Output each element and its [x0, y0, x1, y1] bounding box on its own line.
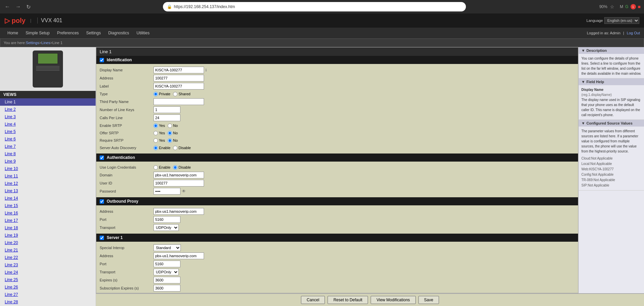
sidebar-item-line1[interactable]: Line 1 — [0, 98, 96, 106]
sad-enable-label[interactable]: Enable — [154, 146, 170, 150]
type-shared-radio[interactable] — [173, 92, 177, 96]
sad-enable-radio[interactable] — [154, 146, 158, 150]
sidebar-item-line21[interactable]: Line 21 — [0, 246, 96, 254]
language-dropdown[interactable]: English (en-us) — [604, 17, 639, 24]
enable-srtp-yes-label[interactable]: Yes — [154, 124, 165, 128]
reset-to-default-button[interactable]: Reset to Default — [328, 296, 368, 304]
op-transport-select[interactable]: UDPOnly TCPOnly TLS DNSnaptr — [154, 224, 179, 231]
enable-srtp-yes-radio[interactable] — [154, 124, 158, 128]
page-title: Line 1 — [96, 47, 578, 56]
save-button[interactable]: Save — [418, 296, 439, 304]
s1-transport-select[interactable]: UDPOnly TCPOnly TLS DNSnaptr — [154, 269, 179, 275]
third-party-name-input[interactable] — [154, 98, 204, 105]
sad-disable-radio[interactable] — [173, 146, 177, 150]
sidebar-item-line23[interactable]: Line 23 — [0, 261, 96, 269]
outbound-proxy-checkbox[interactable] — [100, 199, 104, 204]
user-id-input[interactable] — [154, 180, 204, 186]
sidebar-item-line12[interactable]: Line 12 — [0, 180, 96, 187]
s1-port-input[interactable] — [154, 261, 180, 267]
offer-srtp-no-radio[interactable] — [168, 131, 172, 135]
expires-input[interactable] — [154, 277, 180, 283]
back-button[interactable]: ← — [3, 2, 11, 11]
require-srtp-yes-radio[interactable] — [154, 138, 158, 143]
sidebar-item-line20[interactable]: Line 20 — [0, 239, 96, 246]
server1-checkbox[interactable] — [100, 236, 104, 240]
ulc-disable-label[interactable]: Disable — [173, 165, 191, 170]
nav-settings[interactable]: Settings — [83, 29, 104, 37]
ext-icon-2[interactable]: G — [625, 4, 628, 9]
breadcrumb-lines[interactable]: Lines — [41, 41, 50, 45]
type-private-radio[interactable] — [154, 92, 158, 96]
nav-home[interactable]: Home — [4, 29, 22, 37]
sidebar-item-line6[interactable]: Line 6 — [0, 135, 96, 143]
sidebar-item-line3[interactable]: Line 3 — [0, 113, 96, 121]
authentication-checkbox[interactable] — [100, 156, 104, 160]
reload-button[interactable]: ↻ — [25, 2, 32, 11]
ext-icon-1[interactable]: M — [620, 4, 623, 9]
type-shared-label[interactable]: Shared — [173, 92, 190, 96]
display-name-input[interactable] — [154, 67, 204, 73]
log-out-link[interactable]: Log Out — [627, 31, 640, 35]
sad-disable-label[interactable]: Disable — [173, 146, 191, 150]
sidebar-item-line8[interactable]: Line 8 — [0, 150, 96, 158]
sidebar-item-line11[interactable]: Line 11 — [0, 172, 96, 180]
sidebar-item-line4[interactable]: Line 4 — [0, 121, 96, 128]
sidebar-item-line17[interactable]: Line 17 — [0, 217, 96, 224]
sidebar-item-line2[interactable]: Line 2 — [0, 106, 96, 113]
breadcrumb-settings[interactable]: Settings — [26, 41, 39, 45]
sidebar-item-line18[interactable]: Line 18 — [0, 224, 96, 232]
nav-utilities[interactable]: Utilities — [133, 29, 153, 37]
cancel-button[interactable]: Cancel — [301, 296, 325, 304]
address-input[interactable] — [154, 75, 204, 81]
sidebar-item-line9[interactable]: Line 9 — [0, 158, 96, 165]
type-private-label[interactable]: Private — [154, 92, 170, 96]
require-srtp-no-radio[interactable] — [168, 138, 172, 143]
sidebar-item-line19[interactable]: Line 19 — [0, 232, 96, 239]
op-address-input[interactable] — [154, 208, 204, 215]
op-port-input[interactable] — [154, 216, 180, 223]
sidebar-item-line28[interactable]: Line 28 — [0, 298, 96, 306]
num-line-keys-input[interactable] — [154, 106, 180, 113]
sidebar-item-line15[interactable]: Line 15 — [0, 202, 96, 209]
sidebar-item-line24[interactable]: Line 24 — [0, 269, 96, 276]
nav-preferences[interactable]: Preferences — [54, 29, 82, 37]
offer-srtp-yes-radio[interactable] — [154, 131, 158, 135]
ext-icon-4[interactable]: ■ — [638, 4, 641, 9]
require-srtp-yes-label[interactable]: Yes — [154, 138, 165, 143]
star-icon[interactable]: ☆ — [610, 4, 614, 9]
enable-srtp-no-radio[interactable] — [168, 124, 172, 128]
view-modifications-button[interactable]: View Modifications — [371, 296, 415, 304]
ulc-disable-radio[interactable] — [173, 165, 177, 170]
ulc-enable-radio[interactable] — [154, 165, 158, 170]
label-input[interactable] — [154, 83, 204, 90]
address-bar[interactable]: 🔒 https://192.168.254.137/index.htm — [163, 2, 466, 11]
sidebar-item-line25[interactable]: Line 25 — [0, 276, 96, 283]
special-interop-select[interactable]: Standard GENBAND ocs2007r2 lync2010 lync… — [154, 244, 181, 251]
offer-srtp-yes-label[interactable]: Yes — [154, 131, 165, 135]
sidebar-item-line7[interactable]: Line 7 — [0, 143, 96, 150]
password-input[interactable] — [154, 188, 180, 195]
sidebar-item-line13[interactable]: Line 13 — [0, 187, 96, 195]
sidebar-item-line5[interactable]: Line 5 — [0, 128, 96, 135]
sidebar-item-line27[interactable]: Line 27 — [0, 291, 96, 298]
ext-icon-3[interactable]: 1 — [631, 4, 636, 9]
forward-button[interactable]: → — [14, 2, 22, 11]
sub-expires-input[interactable] — [154, 285, 180, 292]
ulc-enable-label[interactable]: Enable — [154, 165, 170, 170]
nav-simple-setup[interactable]: Simple Setup — [22, 29, 53, 37]
sidebar-scroll[interactable]: Line 1 Line 2 Line 3 Line 4 Line 5 Line … — [0, 98, 96, 306]
sidebar-item-line16[interactable]: Line 16 — [0, 209, 96, 217]
password-toggle-icon[interactable]: 👁 — [182, 189, 186, 194]
require-srtp-no-label[interactable]: No — [168, 138, 178, 143]
calls-per-line-input[interactable] — [154, 114, 180, 121]
sidebar-item-line10[interactable]: Line 10 — [0, 165, 96, 172]
domain-input[interactable] — [154, 172, 204, 178]
sidebar-item-line26[interactable]: Line 26 — [0, 283, 96, 291]
enable-srtp-no-label[interactable]: No — [168, 124, 178, 128]
identification-checkbox[interactable] — [100, 58, 104, 62]
s1-address-input[interactable] — [154, 252, 204, 259]
offer-srtp-no-label[interactable]: No — [168, 131, 178, 135]
sidebar-item-line14[interactable]: Line 14 — [0, 195, 96, 202]
sidebar-item-line22[interactable]: Line 22 — [0, 254, 96, 261]
nav-diagnostics[interactable]: Diagnostics — [105, 29, 132, 37]
